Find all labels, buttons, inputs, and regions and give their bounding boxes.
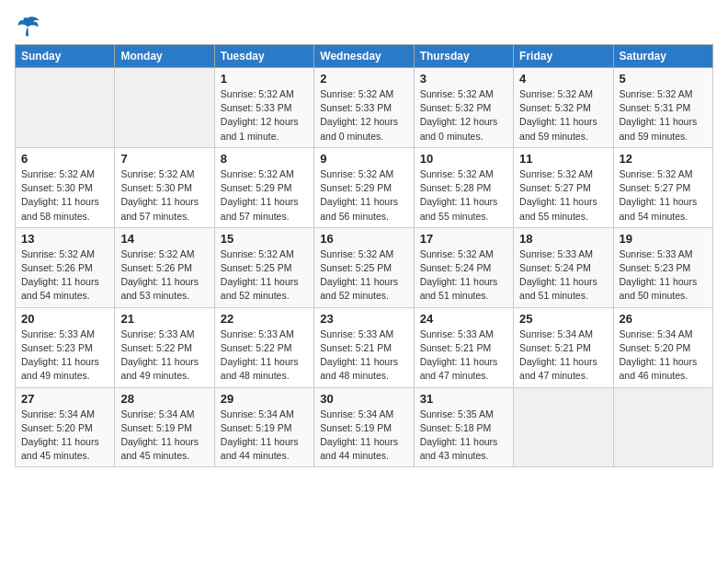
calendar-day-cell: 21Sunrise: 5:33 AM Sunset: 5:22 PM Dayli… [115, 307, 214, 387]
day-number: 20 [21, 312, 108, 326]
day-number: 11 [519, 152, 607, 166]
calendar-day-cell: 10Sunrise: 5:32 AM Sunset: 5:28 PM Dayli… [414, 147, 513, 227]
calendar-day-cell: 1Sunrise: 5:32 AM Sunset: 5:33 PM Daylig… [214, 68, 313, 148]
day-number: 22 [221, 312, 308, 326]
day-of-week-header: Monday [115, 45, 214, 68]
day-info: Sunrise: 5:33 AM Sunset: 5:23 PM Dayligh… [21, 327, 108, 384]
day-number: 25 [519, 312, 607, 326]
calendar-day-cell: 3Sunrise: 5:32 AM Sunset: 5:32 PM Daylig… [414, 68, 513, 148]
day-info: Sunrise: 5:34 AM Sunset: 5:19 PM Dayligh… [320, 408, 407, 464]
day-number: 2 [320, 72, 407, 86]
calendar-week-row: 1Sunrise: 5:32 AM Sunset: 5:33 PM Daylig… [16, 68, 713, 148]
calendar-day-cell: 26Sunrise: 5:34 AM Sunset: 5:20 PM Dayli… [613, 307, 712, 387]
day-info: Sunrise: 5:32 AM Sunset: 5:26 PM Dayligh… [21, 247, 108, 304]
day-number: 26 [620, 312, 707, 326]
day-info: Sunrise: 5:32 AM Sunset: 5:33 PM Dayligh… [320, 87, 407, 144]
day-of-week-header: Friday [514, 45, 613, 68]
day-number: 18 [519, 232, 607, 246]
calendar-day-cell [16, 68, 115, 148]
calendar-day-cell [613, 387, 712, 467]
day-info: Sunrise: 5:34 AM Sunset: 5:20 PM Dayligh… [620, 327, 707, 384]
day-info: Sunrise: 5:32 AM Sunset: 5:29 PM Dayligh… [320, 167, 407, 224]
day-number: 13 [21, 232, 108, 246]
day-number: 3 [420, 72, 507, 86]
day-number: 19 [620, 232, 707, 246]
day-info: Sunrise: 5:34 AM Sunset: 5:19 PM Dayligh… [221, 408, 308, 464]
calendar-week-row: 27Sunrise: 5:34 AM Sunset: 5:20 PM Dayli… [16, 387, 713, 467]
calendar-day-cell: 20Sunrise: 5:33 AM Sunset: 5:23 PM Dayli… [16, 307, 115, 387]
day-number: 9 [320, 152, 407, 166]
calendar-day-cell: 13Sunrise: 5:32 AM Sunset: 5:26 PM Dayli… [16, 227, 115, 307]
calendar-day-cell: 24Sunrise: 5:33 AM Sunset: 5:21 PM Dayli… [414, 307, 513, 387]
day-number: 1 [221, 72, 308, 86]
calendar-day-cell: 28Sunrise: 5:34 AM Sunset: 5:19 PM Dayli… [115, 387, 214, 467]
day-number: 31 [420, 392, 507, 406]
calendar-day-cell: 7Sunrise: 5:32 AM Sunset: 5:30 PM Daylig… [115, 147, 214, 227]
day-info: Sunrise: 5:32 AM Sunset: 5:27 PM Dayligh… [519, 167, 607, 224]
day-number: 15 [221, 232, 308, 246]
calendar-week-row: 20Sunrise: 5:33 AM Sunset: 5:23 PM Dayli… [16, 307, 713, 387]
calendar-day-cell: 12Sunrise: 5:32 AM Sunset: 5:27 PM Dayli… [613, 147, 712, 227]
day-info: Sunrise: 5:32 AM Sunset: 5:26 PM Dayligh… [120, 247, 208, 304]
day-info: Sunrise: 5:32 AM Sunset: 5:32 PM Dayligh… [420, 87, 507, 144]
calendar-day-cell: 31Sunrise: 5:35 AM Sunset: 5:18 PM Dayli… [414, 387, 513, 467]
day-number: 12 [620, 152, 707, 166]
day-number: 21 [120, 312, 208, 326]
day-info: Sunrise: 5:33 AM Sunset: 5:21 PM Dayligh… [420, 327, 507, 384]
day-info: Sunrise: 5:34 AM Sunset: 5:19 PM Dayligh… [120, 408, 208, 464]
calendar-day-cell: 23Sunrise: 5:33 AM Sunset: 5:21 PM Dayli… [314, 307, 414, 387]
day-number: 8 [221, 152, 308, 166]
day-number: 30 [320, 392, 407, 406]
calendar-day-cell [514, 387, 613, 467]
calendar-day-cell: 16Sunrise: 5:32 AM Sunset: 5:25 PM Dayli… [314, 227, 414, 307]
calendar-day-cell: 6Sunrise: 5:32 AM Sunset: 5:30 PM Daylig… [16, 147, 115, 227]
calendar-day-cell: 5Sunrise: 5:32 AM Sunset: 5:31 PM Daylig… [613, 68, 712, 148]
logo [15, 15, 44, 37]
calendar-header-row: SundayMondayTuesdayWednesdayThursdayFrid… [16, 45, 713, 68]
day-info: Sunrise: 5:33 AM Sunset: 5:22 PM Dayligh… [120, 327, 208, 384]
day-number: 29 [221, 392, 308, 406]
day-info: Sunrise: 5:35 AM Sunset: 5:18 PM Dayligh… [420, 408, 507, 464]
calendar-day-cell: 30Sunrise: 5:34 AM Sunset: 5:19 PM Dayli… [314, 387, 414, 467]
day-info: Sunrise: 5:32 AM Sunset: 5:30 PM Dayligh… [120, 167, 208, 224]
day-info: Sunrise: 5:34 AM Sunset: 5:21 PM Dayligh… [519, 327, 607, 384]
day-info: Sunrise: 5:32 AM Sunset: 5:27 PM Dayligh… [620, 167, 707, 224]
calendar-day-cell: 17Sunrise: 5:32 AM Sunset: 5:24 PM Dayli… [414, 227, 513, 307]
calendar-day-cell: 29Sunrise: 5:34 AM Sunset: 5:19 PM Dayli… [214, 387, 313, 467]
calendar-day-cell: 25Sunrise: 5:34 AM Sunset: 5:21 PM Dayli… [514, 307, 613, 387]
day-info: Sunrise: 5:32 AM Sunset: 5:29 PM Dayligh… [221, 167, 308, 224]
day-info: Sunrise: 5:32 AM Sunset: 5:25 PM Dayligh… [320, 247, 407, 304]
day-of-week-header: Sunday [16, 45, 115, 68]
calendar-day-cell: 27Sunrise: 5:34 AM Sunset: 5:20 PM Dayli… [16, 387, 115, 467]
calendar-day-cell: 2Sunrise: 5:32 AM Sunset: 5:33 PM Daylig… [314, 68, 414, 148]
calendar-day-cell: 8Sunrise: 5:32 AM Sunset: 5:29 PM Daylig… [214, 147, 313, 227]
day-info: Sunrise: 5:32 AM Sunset: 5:24 PM Dayligh… [420, 247, 507, 304]
day-number: 16 [320, 232, 407, 246]
day-info: Sunrise: 5:33 AM Sunset: 5:21 PM Dayligh… [320, 327, 407, 384]
day-number: 14 [120, 232, 208, 246]
calendar-week-row: 6Sunrise: 5:32 AM Sunset: 5:30 PM Daylig… [16, 147, 713, 227]
calendar-day-cell: 22Sunrise: 5:33 AM Sunset: 5:22 PM Dayli… [214, 307, 313, 387]
day-number: 6 [21, 152, 108, 166]
day-of-week-header: Saturday [613, 45, 712, 68]
day-number: 27 [21, 392, 108, 406]
day-info: Sunrise: 5:33 AM Sunset: 5:23 PM Dayligh… [620, 247, 707, 304]
day-info: Sunrise: 5:32 AM Sunset: 5:30 PM Dayligh… [21, 167, 108, 224]
day-info: Sunrise: 5:34 AM Sunset: 5:20 PM Dayligh… [21, 408, 108, 464]
day-info: Sunrise: 5:33 AM Sunset: 5:22 PM Dayligh… [221, 327, 308, 384]
day-number: 24 [420, 312, 507, 326]
day-info: Sunrise: 5:33 AM Sunset: 5:24 PM Dayligh… [519, 247, 607, 304]
calendar-day-cell: 11Sunrise: 5:32 AM Sunset: 5:27 PM Dayli… [514, 147, 613, 227]
day-info: Sunrise: 5:32 AM Sunset: 5:25 PM Dayligh… [221, 247, 308, 304]
day-info: Sunrise: 5:32 AM Sunset: 5:32 PM Dayligh… [519, 87, 607, 144]
day-of-week-header: Wednesday [314, 45, 414, 68]
day-of-week-header: Tuesday [214, 45, 313, 68]
calendar-week-row: 13Sunrise: 5:32 AM Sunset: 5:26 PM Dayli… [16, 227, 713, 307]
logo-bird-icon [15, 15, 40, 37]
day-info: Sunrise: 5:32 AM Sunset: 5:31 PM Dayligh… [620, 87, 707, 144]
day-number: 23 [320, 312, 407, 326]
calendar-day-cell: 18Sunrise: 5:33 AM Sunset: 5:24 PM Dayli… [514, 227, 613, 307]
calendar-day-cell: 4Sunrise: 5:32 AM Sunset: 5:32 PM Daylig… [514, 68, 613, 148]
day-info: Sunrise: 5:32 AM Sunset: 5:33 PM Dayligh… [221, 87, 308, 144]
page-header [15, 15, 713, 37]
